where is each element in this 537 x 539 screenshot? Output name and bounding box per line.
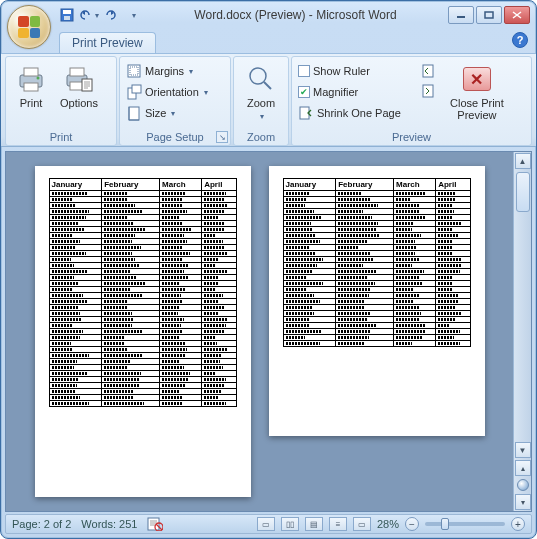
ribbon-tabs: Print Preview ? <box>1 29 536 53</box>
maximize-icon <box>484 11 494 19</box>
close-preview-icon: ✕ <box>463 67 491 91</box>
tab-print-preview[interactable]: Print Preview <box>59 32 156 53</box>
title-bar: ▾ ▾ Word.docx (Preview) - Microsoft Word <box>1 1 536 29</box>
document-viewport: January February March April January Feb… <box>5 151 532 512</box>
scroll-thumb[interactable] <box>516 172 530 212</box>
chevron-down-icon: ▼ <box>519 446 527 455</box>
page-setup-dialog-launcher[interactable]: ↘ <box>216 131 228 143</box>
qat-customize-button[interactable]: ▾ <box>123 5 143 25</box>
svg-rect-4 <box>485 12 493 18</box>
qat-save-button[interactable] <box>57 5 77 25</box>
view-draft-button[interactable]: ▭ <box>353 517 371 531</box>
table-cell <box>394 341 436 347</box>
col-header: April <box>436 179 470 191</box>
table-cell <box>436 341 470 347</box>
help-button[interactable]: ? <box>512 32 528 48</box>
scroll-up-button[interactable]: ▲ <box>515 153 531 169</box>
checkbox-checked-icon: ✔ <box>298 86 310 98</box>
svg-rect-12 <box>82 79 92 91</box>
minimize-button[interactable] <box>448 6 474 24</box>
office-button[interactable] <box>7 5 51 49</box>
view-print-layout-button[interactable]: ▭ <box>257 517 275 531</box>
status-bar: Page: 2 of 2 Words: 251 ▭ ▯▯ ▤ ≡ ▭ 28% −… <box>5 514 532 534</box>
select-browse-object-button[interactable] <box>517 479 529 491</box>
zoom-button[interactable]: Zoom▾ <box>240 61 282 125</box>
prev-page-button[interactable] <box>418 61 438 81</box>
shrink-page-icon <box>298 105 314 121</box>
page-next-icon <box>420 83 436 99</box>
zoom-slider[interactable] <box>425 522 505 526</box>
print-layout-icon: ▭ <box>262 520 270 529</box>
page-prev-icon <box>420 63 436 79</box>
col-header: January <box>283 179 336 191</box>
dropdown-icon: ▾ <box>171 109 175 118</box>
group-zoom: Zoom▾ Zoom <box>233 56 289 146</box>
size-button[interactable]: Size ▾ <box>124 103 210 123</box>
close-line2: Preview <box>457 109 496 121</box>
svg-rect-21 <box>423 85 433 97</box>
table-cell <box>102 401 160 407</box>
quick-access-toolbar: ▾ ▾ <box>57 5 143 25</box>
view-full-screen-button[interactable]: ▯▯ <box>281 517 299 531</box>
app-window: ▾ ▾ Word.docx (Preview) - Microsoft Word… <box>0 0 537 539</box>
table-cell <box>336 341 394 347</box>
next-page-button[interactable] <box>418 81 438 101</box>
group-print-label: Print <box>10 130 112 145</box>
view-outline-button[interactable]: ≡ <box>329 517 347 531</box>
col-header: February <box>336 179 394 191</box>
magnifier-checkbox[interactable]: ✔ Magnifier <box>296 82 414 102</box>
print-label: Print <box>20 97 43 109</box>
maximize-button[interactable] <box>476 6 502 24</box>
print-button[interactable]: Print <box>10 61 52 111</box>
show-ruler-label: Show Ruler <box>313 65 370 77</box>
col-header: January <box>49 179 102 191</box>
zoom-percent[interactable]: 28% <box>377 518 399 530</box>
orientation-button[interactable]: Orientation ▾ <box>124 82 210 102</box>
qat-redo-button[interactable] <box>101 5 121 25</box>
view-web-layout-button[interactable]: ▤ <box>305 517 323 531</box>
next-find-button[interactable]: ▾ <box>515 494 531 510</box>
page-2: January February March April <box>269 166 485 436</box>
prev-find-button[interactable]: ▴ <box>515 460 531 476</box>
options-button[interactable]: Options <box>56 61 102 111</box>
close-window-button[interactable] <box>504 6 530 24</box>
checkbox-unchecked-icon <box>298 65 310 77</box>
undo-icon <box>79 9 93 21</box>
vertical-scrollbar[interactable]: ▲ ▼ ▴ ▾ <box>513 152 531 511</box>
show-ruler-checkbox[interactable]: Show Ruler <box>296 61 414 81</box>
close-print-preview-button[interactable]: ✕ Close PrintPreview <box>446 61 508 123</box>
margins-button[interactable]: Margins ▾ <box>124 61 210 81</box>
table-cell <box>49 401 102 407</box>
group-page-setup-label: Page Setup <box>124 130 226 145</box>
orientation-icon <box>126 84 142 100</box>
close-line1: Close Print <box>450 97 504 109</box>
qat-undo-button[interactable]: ▾ <box>79 5 99 25</box>
table-cell <box>160 401 202 407</box>
close-icon <box>512 11 522 19</box>
zoom-in-button[interactable]: + <box>511 517 525 531</box>
status-proofing[interactable] <box>147 517 163 531</box>
table-cell <box>202 401 236 407</box>
shrink-label: Shrink One Page <box>317 107 401 119</box>
dropdown-icon: ▾ <box>132 11 136 20</box>
save-icon <box>60 8 74 22</box>
office-logo-icon <box>18 16 40 38</box>
zoom-label: Zoom <box>247 97 275 109</box>
group-preview: Show Ruler ✔ Magnifier Shrink One Page <box>291 56 532 146</box>
dropdown-icon: ▾ <box>260 112 264 121</box>
document-pages[interactable]: January February March April January Feb… <box>6 152 513 511</box>
scroll-down-button[interactable]: ▼ <box>515 442 531 458</box>
zoom-out-button[interactable]: − <box>405 517 419 531</box>
status-page[interactable]: Page: 2 of 2 <box>12 518 71 530</box>
browse-nav: ▼ ▴ ▾ <box>514 441 532 511</box>
shrink-one-page-button[interactable]: Shrink One Page <box>296 103 414 123</box>
table-page-1: January February March April <box>49 178 237 407</box>
double-down-icon: ▾ <box>521 498 525 507</box>
window-controls <box>448 6 530 24</box>
minus-icon: − <box>409 519 415 530</box>
web-layout-icon: ▤ <box>310 520 318 529</box>
table-page-2: January February March April <box>283 178 471 347</box>
margins-icon <box>126 63 142 79</box>
zoom-slider-thumb[interactable] <box>441 518 449 530</box>
status-words[interactable]: Words: 251 <box>81 518 137 530</box>
